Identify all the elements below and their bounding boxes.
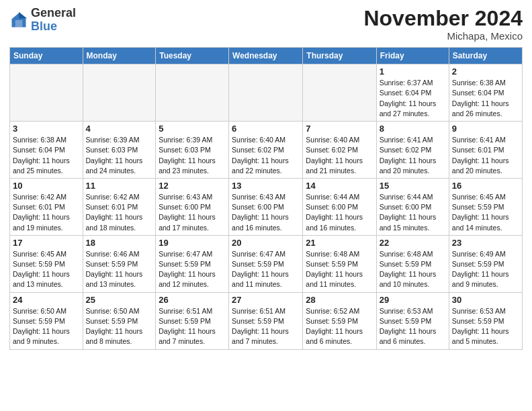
day-number: 4 bbox=[86, 124, 153, 134]
page-container: General Blue November 2024 Michapa, Mexi… bbox=[0, 0, 532, 357]
day-number: 8 bbox=[380, 124, 446, 134]
day-cell: 26Sunrise: 6:51 AMSunset: 5:59 PMDayligh… bbox=[156, 292, 229, 349]
logo: General Blue bbox=[9, 7, 76, 34]
week-row-0: 1Sunrise: 6:37 AMSunset: 6:04 PMDaylight… bbox=[10, 64, 523, 122]
header: General Blue November 2024 Michapa, Mexi… bbox=[9, 7, 523, 42]
day-cell: 16Sunrise: 6:45 AMSunset: 5:59 PMDayligh… bbox=[449, 178, 522, 235]
day-cell bbox=[10, 64, 83, 122]
svg-rect-2 bbox=[15, 20, 23, 28]
day-number: 30 bbox=[452, 295, 519, 305]
day-number: 12 bbox=[159, 181, 226, 191]
day-number: 14 bbox=[306, 181, 373, 191]
month-title: November 2024 bbox=[363, 7, 523, 30]
day-info: Sunrise: 6:38 AMSunset: 6:04 PMDaylight:… bbox=[13, 135, 80, 176]
day-cell: 14Sunrise: 6:44 AMSunset: 6:00 PMDayligh… bbox=[303, 178, 376, 235]
col-header-sunday: Sunday bbox=[10, 48, 83, 64]
day-cell: 29Sunrise: 6:53 AMSunset: 5:59 PMDayligh… bbox=[376, 292, 449, 349]
day-cell: 17Sunrise: 6:45 AMSunset: 5:59 PMDayligh… bbox=[10, 235, 83, 292]
day-cell: 18Sunrise: 6:46 AMSunset: 5:59 PMDayligh… bbox=[83, 235, 156, 292]
day-number: 19 bbox=[159, 238, 226, 248]
day-cell: 9Sunrise: 6:41 AMSunset: 6:01 PMDaylight… bbox=[449, 122, 522, 179]
day-info: Sunrise: 6:42 AMSunset: 6:01 PMDaylight:… bbox=[13, 192, 80, 233]
day-cell: 21Sunrise: 6:48 AMSunset: 5:59 PMDayligh… bbox=[303, 235, 376, 292]
day-info: Sunrise: 6:38 AMSunset: 6:04 PMDaylight:… bbox=[452, 78, 519, 119]
day-cell: 6Sunrise: 6:40 AMSunset: 6:02 PMDaylight… bbox=[229, 122, 303, 179]
day-number: 27 bbox=[232, 295, 300, 305]
day-cell: 25Sunrise: 6:50 AMSunset: 5:59 PMDayligh… bbox=[83, 292, 156, 349]
day-info: Sunrise: 6:48 AMSunset: 5:59 PMDaylight:… bbox=[306, 249, 373, 290]
day-cell: 27Sunrise: 6:51 AMSunset: 5:59 PMDayligh… bbox=[229, 292, 303, 349]
day-number: 2 bbox=[452, 66, 519, 77]
day-cell: 1Sunrise: 6:37 AMSunset: 6:04 PMDaylight… bbox=[376, 64, 449, 122]
day-number: 11 bbox=[86, 181, 153, 191]
title-block: November 2024 Michapa, Mexico bbox=[363, 7, 523, 42]
day-cell: 13Sunrise: 6:43 AMSunset: 6:00 PMDayligh… bbox=[229, 178, 303, 235]
day-info: Sunrise: 6:50 AMSunset: 5:59 PMDaylight:… bbox=[13, 306, 80, 347]
day-info: Sunrise: 6:45 AMSunset: 5:59 PMDaylight:… bbox=[13, 249, 80, 290]
day-number: 5 bbox=[159, 124, 226, 134]
day-number: 13 bbox=[232, 181, 300, 191]
day-info: Sunrise: 6:47 AMSunset: 5:59 PMDaylight:… bbox=[232, 249, 300, 290]
day-number: 29 bbox=[380, 295, 446, 305]
day-number: 3 bbox=[13, 124, 80, 134]
day-cell: 30Sunrise: 6:53 AMSunset: 5:59 PMDayligh… bbox=[449, 292, 522, 349]
logo-blue: Blue bbox=[31, 19, 57, 33]
day-cell: 3Sunrise: 6:38 AMSunset: 6:04 PMDaylight… bbox=[10, 122, 83, 179]
day-cell bbox=[229, 64, 303, 122]
day-info: Sunrise: 6:44 AMSunset: 6:00 PMDaylight:… bbox=[380, 192, 446, 233]
day-info: Sunrise: 6:41 AMSunset: 6:01 PMDaylight:… bbox=[452, 135, 519, 176]
day-number: 22 bbox=[380, 238, 446, 248]
col-header-thursday: Thursday bbox=[303, 48, 376, 64]
day-info: Sunrise: 6:40 AMSunset: 6:02 PMDaylight:… bbox=[232, 135, 300, 176]
week-row-3: 17Sunrise: 6:45 AMSunset: 5:59 PMDayligh… bbox=[10, 235, 523, 292]
col-header-wednesday: Wednesday bbox=[229, 48, 303, 64]
day-number: 10 bbox=[13, 181, 80, 191]
day-cell: 5Sunrise: 6:39 AMSunset: 6:03 PMDaylight… bbox=[156, 122, 229, 179]
day-number: 16 bbox=[452, 181, 519, 191]
day-info: Sunrise: 6:48 AMSunset: 5:59 PMDaylight:… bbox=[380, 249, 446, 290]
week-row-4: 24Sunrise: 6:50 AMSunset: 5:59 PMDayligh… bbox=[10, 292, 523, 349]
day-info: Sunrise: 6:39 AMSunset: 6:03 PMDaylight:… bbox=[159, 135, 226, 176]
day-number: 17 bbox=[13, 238, 80, 248]
calendar-header-row: SundayMondayTuesdayWednesdayThursdayFrid… bbox=[10, 48, 523, 64]
logo-text: General Blue bbox=[31, 7, 76, 34]
day-cell: 15Sunrise: 6:44 AMSunset: 6:00 PMDayligh… bbox=[376, 178, 449, 235]
day-number: 20 bbox=[232, 238, 300, 248]
day-number: 28 bbox=[306, 295, 373, 305]
day-info: Sunrise: 6:44 AMSunset: 6:00 PMDaylight:… bbox=[306, 192, 373, 233]
day-cell: 12Sunrise: 6:43 AMSunset: 6:00 PMDayligh… bbox=[156, 178, 229, 235]
day-number: 23 bbox=[452, 238, 519, 248]
day-info: Sunrise: 6:37 AMSunset: 6:04 PMDaylight:… bbox=[380, 78, 446, 119]
day-cell: 7Sunrise: 6:40 AMSunset: 6:02 PMDaylight… bbox=[303, 122, 376, 179]
day-number: 21 bbox=[306, 238, 373, 248]
svg-marker-1 bbox=[19, 12, 27, 19]
day-cell bbox=[83, 64, 156, 122]
day-number: 6 bbox=[232, 124, 300, 134]
day-info: Sunrise: 6:50 AMSunset: 5:59 PMDaylight:… bbox=[86, 306, 153, 347]
col-header-tuesday: Tuesday bbox=[156, 48, 229, 64]
day-info: Sunrise: 6:45 AMSunset: 5:59 PMDaylight:… bbox=[452, 192, 519, 233]
day-cell: 8Sunrise: 6:41 AMSunset: 6:02 PMDaylight… bbox=[376, 122, 449, 179]
calendar: SundayMondayTuesdayWednesdayThursdayFrid… bbox=[9, 47, 523, 349]
day-info: Sunrise: 6:51 AMSunset: 5:59 PMDaylight:… bbox=[159, 306, 226, 347]
logo-general: General bbox=[31, 6, 76, 19]
day-cell: 11Sunrise: 6:42 AMSunset: 6:01 PMDayligh… bbox=[83, 178, 156, 235]
day-info: Sunrise: 6:42 AMSunset: 6:01 PMDaylight:… bbox=[86, 192, 153, 233]
day-cell: 28Sunrise: 6:52 AMSunset: 5:59 PMDayligh… bbox=[303, 292, 376, 349]
day-cell: 23Sunrise: 6:49 AMSunset: 5:59 PMDayligh… bbox=[449, 235, 522, 292]
day-info: Sunrise: 6:47 AMSunset: 5:59 PMDaylight:… bbox=[159, 249, 226, 290]
day-number: 24 bbox=[13, 295, 80, 305]
day-cell bbox=[156, 64, 229, 122]
day-cell: 24Sunrise: 6:50 AMSunset: 5:59 PMDayligh… bbox=[10, 292, 83, 349]
day-cell: 10Sunrise: 6:42 AMSunset: 6:01 PMDayligh… bbox=[10, 178, 83, 235]
day-cell: 2Sunrise: 6:38 AMSunset: 6:04 PMDaylight… bbox=[449, 64, 522, 122]
day-info: Sunrise: 6:51 AMSunset: 5:59 PMDaylight:… bbox=[232, 306, 300, 347]
day-info: Sunrise: 6:43 AMSunset: 6:00 PMDaylight:… bbox=[232, 192, 300, 233]
col-header-monday: Monday bbox=[83, 48, 156, 64]
day-info: Sunrise: 6:46 AMSunset: 5:59 PMDaylight:… bbox=[86, 249, 153, 290]
day-number: 9 bbox=[452, 124, 519, 134]
day-info: Sunrise: 6:40 AMSunset: 6:02 PMDaylight:… bbox=[306, 135, 373, 176]
day-number: 18 bbox=[86, 238, 153, 248]
day-cell: 20Sunrise: 6:47 AMSunset: 5:59 PMDayligh… bbox=[229, 235, 303, 292]
day-cell: 4Sunrise: 6:39 AMSunset: 6:03 PMDaylight… bbox=[83, 122, 156, 179]
